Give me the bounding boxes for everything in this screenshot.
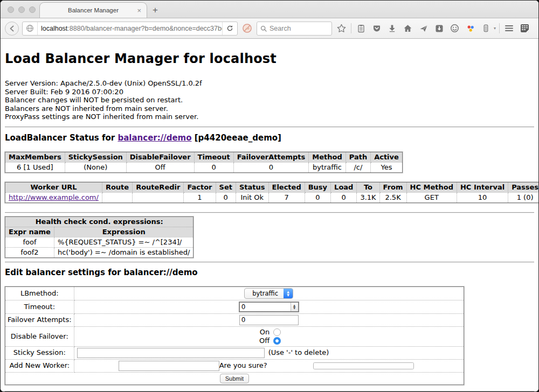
- timeout-input[interactable]: [240, 303, 291, 311]
- cell-maxmembers: 6 [1 Used]: [5, 162, 65, 172]
- disable-failover-on-radio[interactable]: [273, 328, 281, 336]
- page-content: Load Balancer Manager for localhost Serv…: [1, 39, 538, 392]
- column-header: Route: [102, 182, 132, 192]
- forum-button[interactable]: [448, 22, 461, 35]
- expr-row: foof %{REQUEST_STATUS} =~ /^[234]/: [5, 237, 194, 247]
- table-row: 6 [1 Used] (None) Off 0 0 bytraffic /c/ …: [5, 162, 403, 172]
- add-new-worker-input[interactable]: [119, 361, 219, 371]
- cell-set: 0: [216, 192, 236, 202]
- extension-dots-button[interactable]: [464, 22, 476, 35]
- toolbar-separator: [351, 23, 351, 33]
- home-icon: [403, 24, 412, 33]
- sticky-session-input[interactable]: [77, 348, 265, 358]
- close-window-button[interactable]: [8, 6, 14, 13]
- cell-expr-name: foof: [5, 237, 54, 247]
- search-icon: [260, 25, 267, 32]
- column-header: HC Interval: [457, 182, 508, 192]
- cell-routeredir: [133, 192, 184, 202]
- server-version-line: Server Version: Apache/2.5.0-dev (Unix) …: [5, 79, 534, 88]
- health-check-table: Health check cond. expressions: Expr nam…: [5, 216, 194, 258]
- balancer-demo-link[interactable]: balancer://demo: [118, 133, 191, 143]
- column-header: Active: [371, 152, 403, 162]
- grid-extension-button[interactable]: [519, 22, 531, 35]
- cell-expr-name: foof2: [5, 247, 54, 257]
- worker-table: Worker URL Route RouteRedir Factor Set S…: [5, 182, 538, 203]
- search-input[interactable]: [270, 25, 328, 32]
- search-bar[interactable]: [257, 22, 332, 36]
- battery-extension-button[interactable]: [480, 22, 492, 35]
- tab-close-icon[interactable]: ×: [137, 7, 141, 14]
- server-built-line: Server Built: Feb 9 2016 07:00:20: [5, 88, 534, 96]
- square-download-icon: [435, 24, 444, 33]
- cell-to: 3.1K: [357, 192, 379, 202]
- cell-status: Init Ok: [236, 192, 268, 202]
- worker-url-link[interactable]: http://www.example.com/: [9, 193, 99, 201]
- cell-path: /c/: [345, 162, 370, 172]
- cell-expression: hc('body') =~ /domain is established/: [54, 247, 194, 257]
- disable-failover-label: Disable Failover:: [5, 326, 74, 346]
- health-table-title: Health check cond. expressions:: [5, 216, 194, 227]
- paper-plane-icon: [419, 24, 428, 33]
- column-header: Factor: [184, 182, 216, 192]
- battery-icon: [482, 24, 490, 33]
- number-spinner-icon[interactable]: ▲▼: [291, 303, 298, 311]
- tab-bar: Balancer Manager × +: [1, 1, 538, 18]
- failover-attempts-input[interactable]: [239, 315, 299, 325]
- downloads-button[interactable]: [386, 22, 398, 35]
- chevron-down-icon[interactable]: ▾: [494, 26, 496, 31]
- colored-dots-icon: [466, 24, 475, 33]
- image-block-button[interactable]: [241, 22, 253, 35]
- are-you-sure-label: Are you sure?: [219, 361, 267, 370]
- minimize-window-button[interactable]: [18, 6, 25, 13]
- timeout-field-wrap: ▲▼: [239, 302, 299, 312]
- lbmethod-select[interactable]: bytraffic ▲▼: [244, 288, 293, 299]
- cell-load: 0: [331, 192, 357, 202]
- zoom-window-button[interactable]: [29, 6, 36, 13]
- pocket-button[interactable]: [370, 22, 383, 35]
- column-header: StickySession: [65, 152, 126, 162]
- new-tab-button[interactable]: +: [147, 2, 163, 18]
- url-bar[interactable]: localhost:8880/balancer-manager?b=demo&n…: [22, 22, 238, 36]
- column-header: Method: [309, 152, 345, 162]
- column-header: Timeout: [194, 152, 233, 162]
- column-header: Worker URL: [5, 182, 102, 192]
- table-header-row: Worker URL Route RouteRedir Factor Set S…: [5, 182, 539, 192]
- sticky-session-hint: (Use '-' to delete): [268, 348, 329, 357]
- disable-failover-off-radio[interactable]: [273, 337, 281, 345]
- browser-tab[interactable]: Balancer Manager ×: [39, 2, 147, 18]
- lbmethod-label: LBmethod:: [5, 286, 74, 300]
- column-header: Path: [345, 152, 370, 162]
- toolbar-separator: [499, 23, 500, 33]
- column-header: MaxMembers: [5, 152, 65, 162]
- select-stepper-icon: ▲▼: [284, 289, 293, 298]
- bookmark-star-button[interactable]: [335, 22, 348, 35]
- form-row-lbmethod: LBmethod: bytraffic ▲▼: [5, 286, 464, 300]
- are-you-sure-checkbox[interactable]: [313, 362, 414, 369]
- bookmark-star-icon: [337, 24, 346, 33]
- pocket-icon: [372, 24, 381, 33]
- sticky-session-label: Sticky Session:: [5, 346, 74, 359]
- window-controls[interactable]: [8, 6, 36, 13]
- note-proxypass-line: ProxyPass settings are NOT inherited fro…: [5, 113, 534, 121]
- back-button[interactable]: [5, 22, 19, 36]
- column-header: DisableFailover: [126, 152, 194, 162]
- column-header: Expr name: [5, 227, 54, 237]
- form-row-submit: Submit: [5, 372, 464, 384]
- grid-icon: [520, 24, 529, 33]
- radio-off-label: Off: [257, 337, 270, 345]
- url-path: :8880/balancer-manager?b=demo&nonce=decc…: [67, 25, 222, 32]
- send-tab-button[interactable]: [417, 22, 430, 35]
- cell-active: Yes: [371, 162, 403, 172]
- back-arrow-icon: [8, 25, 16, 32]
- site-identity-globe-icon[interactable]: [23, 22, 38, 35]
- worker-row: http://www.example.com/ 1 0 Init Ok 7 0 …: [5, 192, 539, 202]
- bookmarks-menu-button[interactable]: [355, 22, 367, 35]
- submit-button[interactable]: Submit: [220, 374, 249, 383]
- reload-button[interactable]: [222, 22, 237, 35]
- menu-button[interactable]: [503, 22, 515, 35]
- download-manager-button[interactable]: [433, 22, 445, 35]
- cell-hc-interval: 10: [457, 192, 508, 202]
- home-button[interactable]: [402, 22, 414, 35]
- column-header: Elected: [268, 182, 305, 192]
- url-input[interactable]: localhost:8880/balancer-manager?b=demo&n…: [38, 25, 222, 32]
